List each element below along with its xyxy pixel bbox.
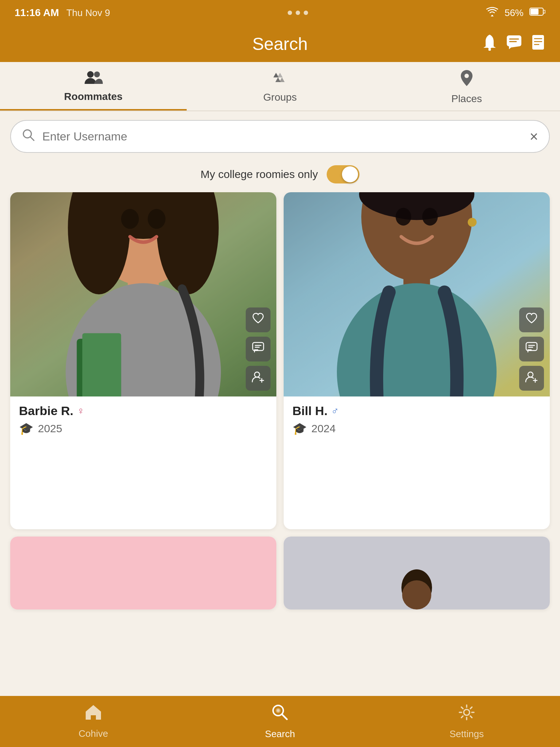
- list-button[interactable]: [531, 34, 545, 54]
- status-bar: 11:16 AM Thu Nov 9 56%: [0, 0, 560, 26]
- nav-cohive-label: Cohive: [79, 728, 108, 739]
- tab-roommates[interactable]: Roommates: [0, 62, 187, 111]
- svg-marker-16: [279, 77, 285, 82]
- search-magnifier-icon: [22, 128, 35, 145]
- like-button-barbie[interactable]: [246, 307, 271, 332]
- toggle-knob: [342, 166, 358, 182]
- nav-cohive[interactable]: Cohive: [0, 696, 187, 747]
- page-title: Search: [252, 34, 308, 54]
- svg-line-19: [30, 137, 34, 140]
- profiles-grid: Barbie R. ♀ 🎓 2025: [0, 192, 560, 696]
- home-icon: [84, 704, 102, 725]
- message-button[interactable]: [506, 35, 522, 53]
- card-name-barbie: Barbie R. ♀: [19, 404, 268, 418]
- svg-rect-7: [532, 35, 544, 50]
- notification-button[interactable]: [482, 34, 497, 54]
- groups-icon: [271, 71, 289, 89]
- profile-card-barbie[interactable]: Barbie R. ♀ 🎓 2025: [10, 192, 276, 529]
- add-person-icon-bill: [525, 371, 538, 386]
- tab-roommates-label: Roommates: [64, 91, 122, 102]
- svg-point-29: [121, 209, 139, 229]
- settings-icon: [458, 703, 476, 725]
- nav-search-label: Search: [265, 728, 295, 740]
- username-search-input[interactable]: [42, 130, 530, 143]
- female-gender-icon-barbie: ♀: [77, 405, 85, 417]
- tab-groups-label: Groups: [263, 92, 297, 103]
- svg-point-11: [87, 71, 94, 78]
- tab-groups[interactable]: Groups: [187, 62, 373, 111]
- message-button-barbie[interactable]: [246, 337, 271, 361]
- card-info-barbie: Barbie R. ♀ 🎓 2025: [10, 396, 276, 529]
- svg-point-43: [396, 208, 411, 226]
- svg-point-30: [148, 209, 166, 229]
- add-person-icon: [252, 371, 265, 386]
- status-time: 11:16 AM: [15, 7, 59, 19]
- add-friend-button-bill[interactable]: [519, 366, 544, 391]
- tab-places[interactable]: Places: [373, 62, 560, 111]
- add-friend-button-barbie[interactable]: [246, 366, 271, 391]
- profile-card-bill[interactable]: Bill H. ♂ 🎓 2024: [284, 192, 550, 529]
- profile-card-4[interactable]: [284, 537, 550, 609]
- heart-icon: [252, 313, 264, 327]
- card-year-barbie: 🎓 2025: [19, 422, 268, 436]
- places-icon: [460, 69, 474, 90]
- male-gender-icon-bill: ♂: [331, 405, 339, 417]
- card-image-3: [10, 537, 276, 609]
- card-image-bill: [284, 192, 550, 396]
- status-icons: 56%: [486, 7, 545, 19]
- battery-icon: [529, 7, 545, 19]
- status-dots: [288, 11, 308, 15]
- search-bar: ×: [10, 120, 550, 153]
- svg-rect-1: [530, 9, 538, 15]
- wifi-icon: [486, 7, 499, 19]
- search-clear-button[interactable]: ×: [530, 128, 538, 145]
- card-actions-bill: [519, 307, 544, 391]
- profile-card-3[interactable]: [10, 537, 276, 609]
- search-bar-container: ×: [0, 111, 560, 162]
- nav-settings-label: Settings: [450, 728, 484, 740]
- header-icons: [482, 34, 545, 54]
- nav-settings[interactable]: Settings: [373, 696, 560, 747]
- svg-rect-46: [526, 342, 537, 351]
- card-year-bill: 🎓 2024: [292, 422, 541, 436]
- college-toggle[interactable]: [327, 165, 359, 183]
- svg-point-49: [528, 372, 533, 377]
- svg-point-53: [402, 580, 431, 609]
- roommates-icon: [84, 70, 103, 88]
- svg-point-45: [468, 218, 477, 227]
- heart-icon-bill: [525, 313, 538, 327]
- message-button-bill[interactable]: [519, 337, 544, 361]
- svg-point-34: [254, 372, 260, 377]
- svg-rect-31: [253, 342, 264, 351]
- tab-bar: Roommates Groups Places: [0, 62, 560, 111]
- svg-rect-3: [507, 35, 521, 46]
- card-image-barbie: [10, 192, 276, 396]
- card-name-bill: Bill H. ♂: [292, 404, 541, 418]
- svg-point-12: [94, 71, 100, 77]
- svg-point-57: [464, 709, 470, 715]
- toggle-label: My college roomies only: [201, 168, 318, 181]
- card-actions-barbie: [246, 307, 271, 391]
- svg-rect-28: [82, 333, 121, 396]
- nav-search[interactable]: Search: [187, 696, 373, 747]
- like-button-bill[interactable]: [519, 307, 544, 332]
- svg-marker-14: [277, 73, 283, 77]
- chat-icon: [252, 342, 264, 356]
- card-info-bill: Bill H. ♂ 🎓 2024: [284, 396, 550, 529]
- chat-icon-bill: [525, 342, 538, 356]
- tab-places-label: Places: [451, 93, 482, 105]
- status-date: Thu Nov 9: [66, 7, 110, 19]
- svg-point-56: [277, 709, 280, 712]
- svg-point-17: [464, 74, 469, 78]
- bottom-nav: Cohive Search Settings: [0, 696, 560, 747]
- battery-text: 56%: [505, 7, 524, 19]
- college-filter-row: My college roomies only: [0, 162, 560, 192]
- svg-marker-4: [509, 46, 513, 49]
- graduation-icon-bill: 🎓: [292, 422, 307, 436]
- card-image-4: [284, 537, 550, 609]
- top-header: Search: [0, 26, 560, 62]
- graduation-icon-barbie: 🎓: [19, 422, 34, 436]
- search-nav-icon: [271, 703, 289, 725]
- svg-point-44: [422, 208, 438, 226]
